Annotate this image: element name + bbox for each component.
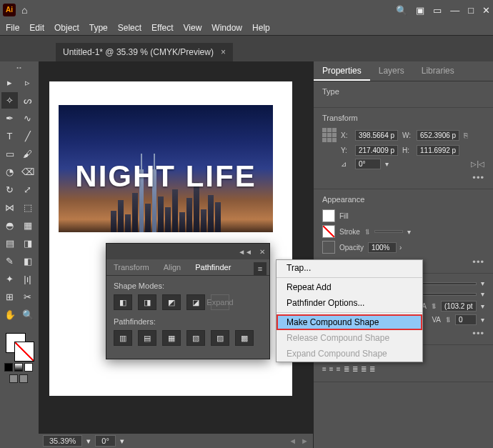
screen-mode-icon[interactable]: [9, 374, 18, 383]
document-tab-close-icon[interactable]: ×: [221, 47, 226, 57]
divide-button[interactable]: ▥: [114, 330, 132, 346]
menu-window[interactable]: Window: [211, 23, 242, 33]
justify-right-icon[interactable]: ≣: [361, 365, 367, 373]
exclude-button[interactable]: ◪: [186, 294, 205, 310]
close-window-button[interactable]: ✕: [482, 5, 490, 16]
perspective-tool[interactable]: ▦: [19, 217, 36, 234]
menu-effect[interactable]: Effect: [151, 23, 173, 33]
crop-button[interactable]: ▧: [186, 330, 205, 346]
lasso-tool[interactable]: ᔕ: [19, 92, 36, 109]
justify-all-icon[interactable]: ≣: [369, 365, 375, 373]
gradient-tool[interactable]: ◨: [19, 235, 36, 252]
justify-left-icon[interactable]: ≣: [344, 365, 349, 373]
search-icon[interactable]: 🔍: [396, 5, 407, 16]
maximize-button[interactable]: □: [468, 5, 474, 16]
align-left-icon[interactable]: ≡: [322, 365, 327, 373]
color-mode-icon[interactable]: [4, 363, 13, 372]
reference-point-grid[interactable]: [322, 128, 337, 142]
eyedropper-tool[interactable]: ✎: [1, 253, 18, 269]
tab-align-panel[interactable]: Align: [156, 259, 188, 275]
menu-help[interactable]: Help: [252, 23, 270, 33]
tracking-chevron-icon[interactable]: ▾: [481, 316, 484, 324]
menu-object[interactable]: Object: [54, 23, 79, 33]
panel-menu-button[interactable]: ≡: [254, 262, 267, 275]
fill-stroke-swatch[interactable]: [1, 330, 36, 383]
expand-button[interactable]: Expand: [211, 294, 229, 310]
direct-selection-tool[interactable]: ▹: [19, 74, 36, 91]
rotation-dropdown[interactable]: 0°: [95, 435, 116, 447]
tab-transform-panel[interactable]: Transform: [106, 259, 156, 275]
opacity-field[interactable]: 100%: [368, 242, 397, 253]
menu-item-expand-compound-shape[interactable]: Expand Compound Shape: [277, 346, 422, 362]
menu-file[interactable]: File: [6, 23, 19, 33]
none-mode-icon[interactable]: [24, 363, 33, 372]
mesh-tool[interactable]: ▤: [1, 235, 18, 252]
free-transform-tool[interactable]: ⬚: [19, 199, 36, 216]
menu-item-release-compound-shape[interactable]: Release Compound Shape: [277, 330, 422, 346]
tab-properties[interactable]: Properties: [314, 61, 370, 81]
fill-swatch-icon[interactable]: [322, 209, 335, 222]
minimize-button[interactable]: —: [450, 5, 459, 16]
zoom-chevron-icon[interactable]: ▾: [86, 437, 91, 446]
workspace-icon[interactable]: ▭: [433, 5, 442, 16]
merge-button[interactable]: ▦: [162, 330, 181, 346]
menu-view[interactable]: View: [184, 23, 202, 33]
hand-tool[interactable]: ✋: [1, 307, 18, 323]
flip-h-icon[interactable]: ▷|◁: [471, 160, 484, 168]
arrange-docs-icon[interactable]: ▣: [416, 5, 424, 16]
home-icon[interactable]: ⌂: [21, 4, 27, 16]
tab-layers[interactable]: Layers: [370, 61, 413, 81]
h-field[interactable]: 111.6992 p: [417, 145, 459, 156]
status-scroll-left-icon[interactable]: ◄: [289, 437, 297, 445]
text-object[interactable]: NIGHT LIFE: [59, 159, 273, 194]
angle-field[interactable]: 0°: [355, 159, 381, 169]
toolbox-grip[interactable]: ••: [1, 64, 37, 71]
gradient-mode-icon[interactable]: [14, 363, 23, 372]
opacity-swatch-icon[interactable]: [322, 241, 335, 254]
leading-chevron-icon[interactable]: ▾: [481, 302, 484, 310]
menu-item-make-compound-shape[interactable]: Make Compound Shape: [277, 314, 422, 330]
outline-button[interactable]: ▨: [211, 330, 229, 346]
status-scroll-right-icon[interactable]: ►: [301, 437, 309, 445]
tab-libraries[interactable]: Libraries: [413, 61, 463, 81]
panel-collapse-icon[interactable]: ◄◄: [238, 248, 252, 256]
document-tab[interactable]: Untitled-1* @ 35.39 % (CMYK/Preview) ×: [56, 43, 233, 61]
panel-close-icon[interactable]: ✕: [259, 248, 265, 256]
type-tool[interactable]: T: [1, 128, 18, 144]
brush-tool[interactable]: 🖌: [19, 146, 36, 162]
magic-wand-tool[interactable]: ✧: [1, 92, 18, 109]
placed-image[interactable]: NIGHT LIFE: [59, 105, 273, 232]
scale-tool[interactable]: ⤢: [19, 181, 36, 198]
angle-dropdown-icon[interactable]: ▾: [385, 160, 389, 168]
leading-field[interactable]: (103.2 pt: [441, 301, 477, 312]
screen-mode-2-icon[interactable]: [19, 374, 28, 383]
stroke-dropdown-icon[interactable]: ▾: [407, 228, 411, 236]
trim-button[interactable]: ▤: [138, 330, 156, 346]
transform-more-icon[interactable]: •••: [322, 172, 484, 183]
rot-chevron-icon[interactable]: ▾: [120, 437, 124, 446]
stroke-weight-field[interactable]: [374, 230, 403, 233]
minus-back-button[interactable]: ▩: [235, 330, 254, 346]
stroke-weight-stepper[interactable]: ⥮: [364, 228, 370, 236]
menu-type[interactable]: Type: [89, 23, 108, 33]
zoom-tool[interactable]: 🔍: [19, 307, 36, 323]
rectangle-tool[interactable]: ▭: [1, 146, 18, 162]
y-field[interactable]: 217.4009 p: [355, 145, 398, 156]
menu-item-repeat[interactable]: Repeat Add: [277, 279, 422, 295]
width-tool[interactable]: ⋈: [1, 199, 18, 216]
artboard-tool[interactable]: ⊞: [1, 289, 18, 305]
zoom-level-dropdown[interactable]: 35.39%: [43, 435, 82, 447]
font-family-chevron-icon[interactable]: ▾: [481, 279, 484, 287]
font-style-chevron-icon[interactable]: ▾: [481, 290, 484, 298]
column-graph-tool[interactable]: |ı|: [19, 271, 36, 287]
tracking-stepper[interactable]: ⥮: [445, 316, 451, 324]
menu-select[interactable]: Select: [118, 23, 141, 33]
pen-tool[interactable]: ✒: [1, 110, 18, 126]
minus-front-button[interactable]: ◨: [138, 294, 156, 310]
stroke-color-swatch[interactable]: [14, 342, 34, 362]
shape-builder-tool[interactable]: ◓: [1, 217, 18, 234]
intersect-button[interactable]: ◩: [162, 294, 181, 310]
tracking-field[interactable]: 0: [455, 314, 477, 325]
rotate-tool[interactable]: ↻: [1, 181, 18, 198]
menu-edit[interactable]: Edit: [29, 23, 44, 33]
